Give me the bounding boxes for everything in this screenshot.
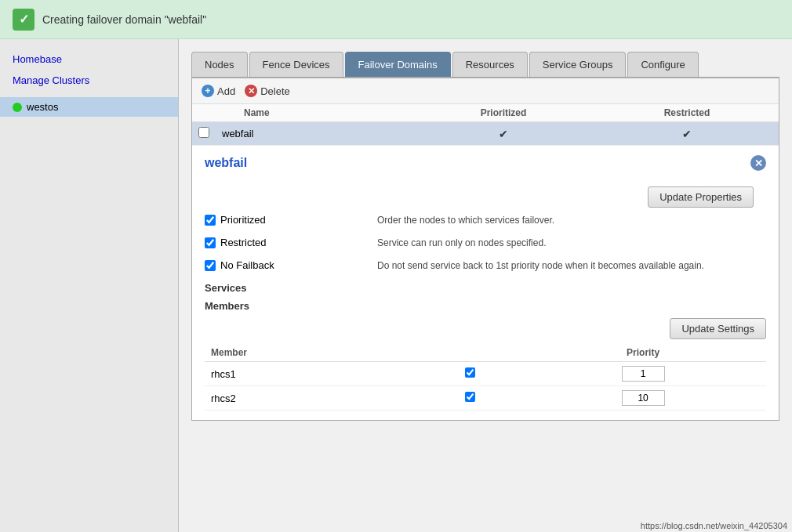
detail-title: webfail xyxy=(205,156,247,170)
no-failback-desc: Do not send service back to 1st priority… xyxy=(377,259,766,271)
update-settings-row: Update Settings xyxy=(205,318,766,339)
tab-failover-domains[interactable]: Failover Domains xyxy=(345,52,451,77)
sidebar-item-manage-clusters[interactable]: Manage Clusters xyxy=(0,70,178,91)
restricted-desc: Service can run only on nodes specified. xyxy=(377,237,766,248)
row-checkbox[interactable] xyxy=(198,127,209,138)
restricted-prop-row: Restricted Service can run only on nodes… xyxy=(205,237,766,248)
tab-resources[interactable]: Resources xyxy=(452,52,528,77)
add-label: Add xyxy=(217,85,235,97)
domain-prioritized-cell: ✔ xyxy=(412,122,595,146)
sidebar: Homebase Manage Clusters westos xyxy=(0,39,179,532)
domains-table: Name Prioritized Restricted webfail ✔ ✔ xyxy=(192,104,779,146)
delete-icon: ✕ xyxy=(245,85,257,97)
member-name-cell: rhcs1 xyxy=(205,362,420,386)
update-settings-button[interactable]: Update Settings xyxy=(670,318,766,339)
no-failback-label: No Failback xyxy=(220,259,274,271)
prioritized-label-group: Prioritized xyxy=(205,214,377,226)
tab-fence-devices[interactable]: Fence Devices xyxy=(249,52,343,77)
tab-bar: Nodes Fence Devices Failover Domains Res… xyxy=(191,52,779,78)
cluster-name: westos xyxy=(27,101,58,113)
tab-nodes[interactable]: Nodes xyxy=(191,52,248,77)
domain-name-cell: webfail xyxy=(216,122,412,146)
col-restricted: Restricted xyxy=(595,104,779,122)
member-checkbox-cell[interactable] xyxy=(420,386,520,411)
member-priority-cell[interactable] xyxy=(520,362,766,386)
member-checkbox-cell[interactable] xyxy=(420,362,520,386)
member-checkbox[interactable] xyxy=(465,392,475,402)
domain-restricted-cell: ✔ xyxy=(595,122,779,146)
prioritized-checkbox[interactable] xyxy=(205,215,216,226)
add-icon: + xyxy=(202,85,214,97)
toolbar: + Add ✕ Delete xyxy=(192,78,779,104)
member-priority-cell[interactable] xyxy=(520,386,766,411)
content-area: Nodes Fence Devices Failover Domains Res… xyxy=(179,39,792,532)
sidebar-item-homebase[interactable]: Homebase xyxy=(0,49,178,70)
member-row: rhcs1 xyxy=(205,362,766,386)
no-failback-label-group: No Failback xyxy=(205,259,377,271)
services-section-label: Services xyxy=(205,282,766,294)
delete-button[interactable]: ✕ Delete xyxy=(245,85,290,97)
detail-panel: webfail ✕ Update Properties Prioritized … xyxy=(192,146,779,420)
prioritized-label: Prioritized xyxy=(220,214,266,226)
detail-header: webfail ✕ xyxy=(205,155,766,171)
cluster-status-dot xyxy=(13,103,22,112)
member-priority-input[interactable] xyxy=(622,366,665,382)
members-section-label: Members xyxy=(205,300,766,312)
update-properties-button[interactable]: Update Properties xyxy=(648,186,754,208)
member-checkbox[interactable] xyxy=(465,367,475,378)
main-panel: + Add ✕ Delete Name Prioritized Restrict… xyxy=(191,78,779,421)
members-table: Member Priority rhcs1 rhcs2 xyxy=(205,344,766,411)
main-layout: Homebase Manage Clusters westos Nodes Fe… xyxy=(0,39,792,532)
col-priority: Priority xyxy=(520,344,766,362)
col-member-checked xyxy=(420,344,520,362)
delete-label: Delete xyxy=(260,85,290,97)
col-member: Member xyxy=(205,344,420,362)
sidebar-cluster-item[interactable]: westos xyxy=(0,97,178,117)
close-button[interactable]: ✕ xyxy=(750,155,766,171)
prioritized-desc: Order the nodes to which services failov… xyxy=(377,214,766,226)
add-button[interactable]: + Add xyxy=(202,85,235,97)
member-row: rhcs2 xyxy=(205,386,766,411)
tab-configure[interactable]: Configure xyxy=(627,52,698,77)
member-priority-input[interactable] xyxy=(622,390,665,406)
prioritized-prop-row: Prioritized Order the nodes to which ser… xyxy=(205,214,766,226)
restricted-checkbox[interactable] xyxy=(205,237,216,248)
restricted-label-group: Restricted xyxy=(205,237,377,248)
restricted-label: Restricted xyxy=(220,237,267,248)
col-name: Name xyxy=(216,104,412,122)
table-row[interactable]: webfail ✔ ✔ xyxy=(192,122,779,146)
tab-service-groups[interactable]: Service Groups xyxy=(529,52,627,77)
member-name-cell: rhcs2 xyxy=(205,386,420,411)
no-failback-prop-row: No Failback Do not send service back to … xyxy=(205,259,766,271)
notification-message: Creating failover domain "webfail" xyxy=(42,13,206,26)
notification-bar: ✓ Creating failover domain "webfail" xyxy=(0,0,792,39)
update-props-row: Update Properties xyxy=(205,180,766,214)
url-bar: https://blog.csdn.net/weixin_44205304 xyxy=(636,519,792,532)
no-failback-checkbox[interactable] xyxy=(205,260,216,271)
success-icon: ✓ xyxy=(13,9,35,31)
col-prioritized: Prioritized xyxy=(412,104,595,122)
